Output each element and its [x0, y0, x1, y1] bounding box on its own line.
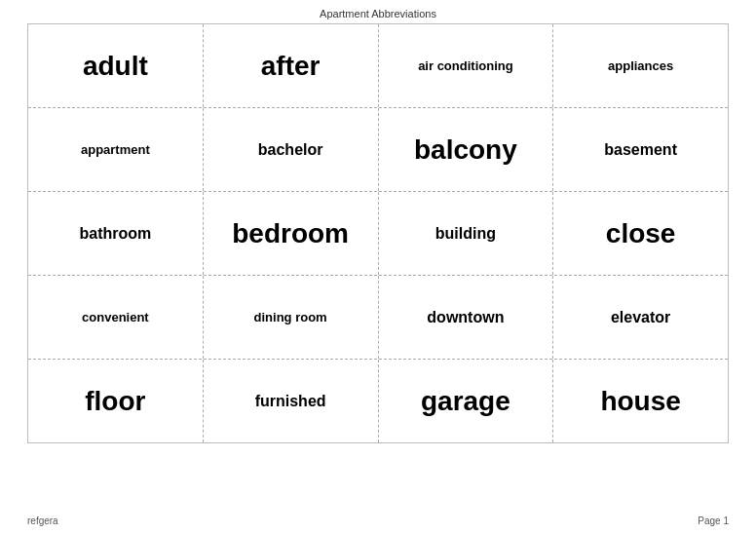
grid-cell: adult: [28, 24, 204, 107]
footer-right: Page 1: [698, 515, 729, 526]
grid-cell: furnished: [204, 360, 379, 442]
grid-container: adultafterair conditioningappliancesappa…: [27, 23, 729, 443]
grid-cell: bachelor: [204, 108, 379, 191]
grid-row: convenientdining roomdowntownelevator: [28, 276, 728, 360]
cell-text: appartment: [81, 142, 150, 157]
grid-cell: dining room: [204, 276, 379, 359]
cell-text: building: [435, 225, 496, 243]
grid-cell: appartment: [28, 108, 204, 191]
cell-text: furnished: [255, 393, 326, 410]
grid-cell: downtown: [379, 276, 554, 359]
grid-cell: garage: [379, 360, 554, 442]
cell-text: garage: [421, 386, 510, 417]
cell-text: appliances: [608, 58, 673, 73]
footer-left: refgera: [27, 515, 58, 526]
grid-cell: balcony: [379, 108, 554, 191]
cell-text: convenient: [82, 310, 149, 324]
page-title: Apartment Abbreviations: [0, 0, 756, 23]
grid-row: bathroombedroombuildingclose: [28, 192, 728, 276]
cell-text: close: [606, 218, 676, 249]
grid-cell: floor: [28, 360, 204, 442]
cell-text: house: [600, 386, 680, 417]
cell-text: adult: [83, 51, 148, 82]
grid-row: appartmentbachelorbalconybasement: [28, 108, 728, 192]
cell-text: bachelor: [258, 141, 323, 159]
grid-cell: air conditioning: [379, 24, 554, 107]
grid-row: floorfurnishedgaragehouse: [28, 360, 728, 442]
grid-cell: after: [204, 24, 379, 107]
grid-cell: house: [553, 360, 728, 442]
cell-text: dining room: [254, 310, 327, 324]
grid-cell: elevator: [553, 276, 728, 359]
cell-text: basement: [604, 141, 677, 159]
cell-text: air conditioning: [418, 58, 513, 73]
cell-text: bathroom: [79, 225, 151, 243]
grid-row: adultafterair conditioningappliances: [28, 24, 728, 108]
grid-cell: basement: [553, 108, 728, 191]
cell-text: floor: [85, 386, 145, 417]
grid-cell: building: [379, 192, 554, 275]
grid-cell: appliances: [553, 24, 728, 107]
cell-text: balcony: [414, 134, 517, 166]
cell-text: elevator: [611, 309, 670, 326]
cell-text: downtown: [427, 309, 504, 326]
grid-cell: bathroom: [28, 192, 204, 275]
grid-cell: bedroom: [204, 192, 379, 275]
cell-text: bedroom: [232, 218, 349, 249]
grid-cell: close: [553, 192, 728, 275]
footer: refgera Page 1: [27, 515, 729, 526]
cell-text: after: [261, 51, 321, 82]
grid-cell: convenient: [28, 276, 204, 359]
